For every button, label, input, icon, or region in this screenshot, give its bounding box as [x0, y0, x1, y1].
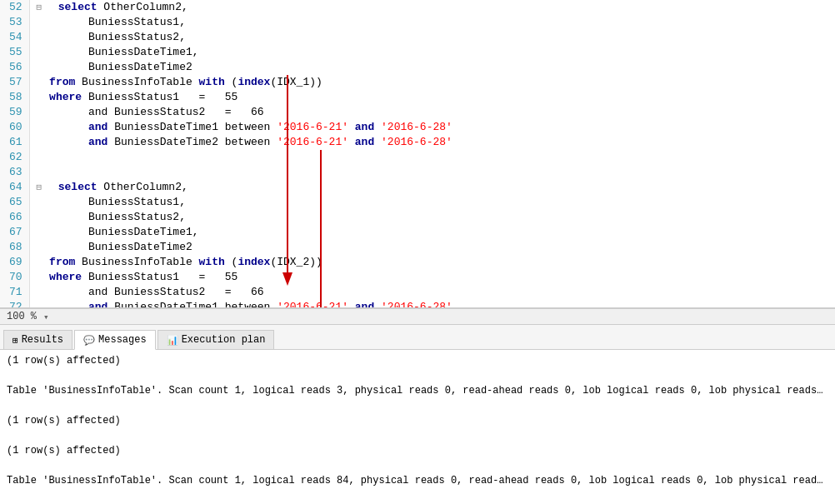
line-number: 64	[0, 180, 29, 195]
grid-icon: ⊞	[12, 335, 18, 346]
line-content: BuniessDateTime2	[29, 60, 835, 75]
code-line-69: 69 from BusinessInfoTable with (index(ID…	[0, 255, 835, 270]
line-number: 52	[0, 0, 29, 15]
line-content: BuniessDateTime2	[29, 240, 835, 255]
tabs-container: ⊞Results💬Messages📊Execution plan	[3, 330, 276, 349]
line-content: and BuniessDateTime1 between '2016-6-21'…	[29, 300, 835, 308]
tab-label: Results	[22, 334, 63, 346]
line-number: 72	[0, 300, 29, 308]
line-number: 65	[0, 195, 29, 210]
line-number: 56	[0, 60, 29, 75]
zoom-level: 100 %	[7, 311, 37, 322]
tab-messages[interactable]: 💬Messages	[74, 330, 156, 350]
main-container: 52⊟ select OtherColumn2,53 BuniessStatus…	[0, 0, 835, 504]
line-number: 55	[0, 45, 29, 60]
line-content	[29, 150, 835, 165]
code-line-63: 63	[0, 165, 835, 180]
line-content: BuniessStatus1,	[29, 195, 835, 210]
messages-container: (1 row(s) affected) Table 'BusinessInfoT…	[7, 353, 828, 504]
code-line-71: 71 and BuniessStatus2 = 66	[0, 285, 835, 300]
tab-execution-plan[interactable]: 📊Execution plan	[158, 330, 275, 349]
line-content: from BusinessInfoTable with (index(IDX_1…	[29, 75, 835, 90]
code-line-66: 66 BuniessStatus2,	[0, 210, 835, 225]
line-number: 62	[0, 150, 29, 165]
code-line-53: 53 BuniessStatus1,	[0, 15, 835, 30]
line-number: 71	[0, 285, 29, 300]
code-line-56: 56 BuniessDateTime2	[0, 60, 835, 75]
code-line-57: 57 from BusinessInfoTable with (index(ID…	[0, 75, 835, 90]
plan-icon: 📊	[167, 335, 178, 346]
line-number: 66	[0, 210, 29, 225]
line-number: 70	[0, 270, 29, 285]
line-content: BuniessDateTime1,	[29, 225, 835, 240]
line-number: 54	[0, 30, 29, 45]
code-line-54: 54 BuniessStatus2,	[0, 30, 835, 45]
scroll-indicator[interactable]: ▾	[43, 312, 49, 322]
line-content: ⊟ select OtherColumn2,	[29, 180, 835, 195]
code-line-72: 72 and BuniessDateTime1 between '2016-6-…	[0, 300, 835, 308]
code-line-64: 64⊟ select OtherColumn2,	[0, 180, 835, 195]
line-content: and BuniessStatus2 = 66	[29, 285, 835, 300]
code-line-55: 55 BuniessDateTime1,	[0, 45, 835, 60]
code-editor: 52⊟ select OtherColumn2,53 BuniessStatus…	[0, 0, 835, 308]
line-content	[29, 165, 835, 180]
code-table: 52⊟ select OtherColumn2,53 BuniessStatus…	[0, 0, 835, 308]
line-number: 60	[0, 120, 29, 135]
tab-label: Execution plan	[182, 334, 266, 346]
code-line-61: 61 and BuniessDateTime2 between '2016-6-…	[0, 135, 835, 150]
line-number: 68	[0, 240, 29, 255]
code-line-58: 58 where BuniessStatus1 = 55	[0, 90, 835, 105]
msg-icon: 💬	[83, 335, 95, 346]
message-line	[7, 428, 828, 443]
message-line	[7, 368, 828, 383]
line-content: BuniessStatus2,	[29, 30, 835, 45]
tab-results[interactable]: ⊞Results	[3, 330, 72, 349]
message-line: Table 'BusinessInfoTable'. Scan count 1,…	[7, 473, 828, 488]
line-content: where BuniessStatus1 = 55	[29, 90, 835, 105]
line-number: 53	[0, 15, 29, 30]
line-number: 57	[0, 75, 29, 90]
code-line-67: 67 BuniessDateTime1,	[0, 225, 835, 240]
messages-area: (1 row(s) affected) Table 'BusinessInfoT…	[0, 350, 835, 504]
code-line-68: 68 BuniessDateTime2	[0, 240, 835, 255]
line-content: and BuniessDateTime2 between '2016-6-21'…	[29, 135, 835, 150]
code-line-60: 60 and BuniessDateTime1 between '2016-6-…	[0, 120, 835, 135]
message-line	[7, 458, 828, 473]
code-line-65: 65 BuniessStatus1,	[0, 195, 835, 210]
code-line-52: 52⊟ select OtherColumn2,	[0, 0, 835, 15]
line-content: and BuniessDateTime1 between '2016-6-21'…	[29, 120, 835, 135]
code-line-59: 59 and BuniessStatus2 = 66	[0, 105, 835, 120]
collapse-icon[interactable]: ⊟	[37, 2, 42, 12]
message-line: Table 'BusinessInfoTable'. Scan count 1,…	[7, 383, 828, 398]
line-content: and BuniessStatus2 = 66	[29, 105, 835, 120]
tab-label: Messages	[98, 334, 147, 346]
line-content: ⊟ select OtherColumn2,	[29, 0, 835, 15]
line-number: 67	[0, 225, 29, 240]
line-number: 59	[0, 105, 29, 120]
tabs-area: ⊞Results💬Messages📊Execution plan	[0, 325, 835, 350]
collapse-icon[interactable]: ⊟	[37, 182, 42, 192]
message-line: (1 row(s) affected)	[7, 413, 828, 428]
line-content: BuniessDateTime1,	[29, 45, 835, 60]
line-content: where BuniessStatus1 = 55	[29, 270, 835, 285]
message-line	[7, 488, 828, 503]
line-number: 58	[0, 90, 29, 105]
line-content: BuniessStatus2,	[29, 210, 835, 225]
code-line-62: 62	[0, 150, 835, 165]
code-line-70: 70 where BuniessStatus1 = 55	[0, 270, 835, 285]
line-content: from BusinessInfoTable with (index(IDX_2…	[29, 255, 835, 270]
line-number: 69	[0, 255, 29, 270]
line-number: 63	[0, 165, 29, 180]
line-number: 61	[0, 135, 29, 150]
message-line: (1 row(s) affected)	[7, 443, 828, 458]
message-line	[7, 398, 828, 413]
scrollbar-area: 100 % ▾	[0, 308, 835, 325]
message-line: (1 row(s) affected)	[7, 353, 828, 368]
line-content: BuniessStatus1,	[29, 15, 835, 30]
